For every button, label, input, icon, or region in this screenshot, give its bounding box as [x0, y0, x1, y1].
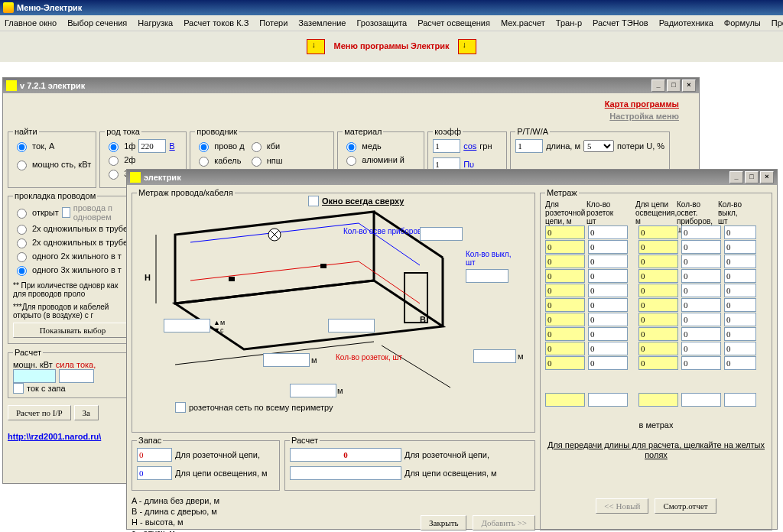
menu-item[interactable]: Прочее: [772, 18, 783, 28]
m-roz[interactable]: [545, 313, 585, 326]
m-roz[interactable]: [545, 327, 585, 341]
radio-3zh[interactable]: [17, 266, 27, 276]
chk-provoda[interactable]: [62, 207, 70, 218]
btn-pokaz[interactable]: Показывать выбор: [13, 323, 132, 338]
m-vykl[interactable]: [724, 255, 756, 268]
radio-2zh[interactable]: [17, 252, 27, 262]
radio-1f[interactable]: [109, 142, 119, 152]
radio-provod[interactable]: [199, 142, 209, 152]
m-osvc[interactable]: [681, 313, 721, 326]
menu-item[interactable]: Выбор сечения: [67, 18, 127, 28]
dim-b-input[interactable]: [473, 349, 516, 363]
m-osv[interactable]: [638, 298, 678, 312]
m-vykl[interactable]: [724, 269, 756, 283]
menu-item[interactable]: Радиотехника: [659, 18, 713, 28]
m-roz[interactable]: [545, 298, 585, 312]
m-vykl[interactable]: [724, 313, 756, 326]
sum-rozc[interactable]: [588, 393, 628, 407]
m-rozc[interactable]: [588, 269, 628, 283]
m-osvc[interactable]: [681, 356, 721, 370]
menu-item[interactable]: Мех.расчет: [501, 18, 545, 28]
extra-input[interactable]: [290, 384, 336, 397]
rasch-osv-input[interactable]: [290, 466, 401, 480]
m-osv[interactable]: [638, 269, 678, 283]
m-osvc[interactable]: [681, 225, 721, 239]
sum-roz[interactable]: [545, 393, 585, 407]
menu-item[interactable]: Нагрузка: [138, 18, 173, 28]
m-osv[interactable]: [638, 327, 678, 341]
m-rozc[interactable]: [588, 298, 628, 312]
m-osv[interactable]: [638, 356, 678, 370]
btn-close[interactable]: Закрыть: [421, 515, 466, 530]
m-osvc[interactable]: [681, 269, 721, 283]
radio-med[interactable]: [346, 142, 356, 152]
btn-za[interactable]: За: [74, 405, 99, 420]
menu-item[interactable]: Грозозащита: [356, 18, 407, 28]
dlina-select[interactable]: 5: [583, 140, 614, 152]
m-rozc[interactable]: [588, 225, 628, 239]
m-vykl[interactable]: [724, 284, 756, 297]
m-osvc[interactable]: [681, 342, 721, 355]
url-link[interactable]: http:\\rzd2001.narod.ru\: [8, 432, 101, 441]
chk-perimeter[interactable]: [175, 402, 186, 413]
dim-input[interactable]: [328, 319, 375, 332]
m-osvc[interactable]: [681, 240, 721, 254]
m-roz[interactable]: [545, 225, 585, 239]
kol-vykl-input[interactable]: [466, 269, 508, 283]
zapas-osv-input[interactable]: [137, 466, 172, 480]
m-vykl[interactable]: [724, 225, 756, 239]
m-osv[interactable]: [638, 284, 678, 297]
radio-3f[interactable]: [109, 170, 119, 180]
radio-2od[interactable]: [17, 225, 27, 235]
m-osv[interactable]: [638, 313, 678, 326]
m-rozc[interactable]: [588, 313, 628, 326]
sum-vykl[interactable]: [724, 393, 756, 407]
m-rozc[interactable]: [588, 356, 628, 370]
m-vykl[interactable]: [724, 240, 756, 254]
menu-item[interactable]: Потери: [259, 18, 288, 28]
link-nastr[interactable]: Настройка меню: [609, 112, 679, 121]
m-roz[interactable]: [545, 255, 585, 268]
m-osv[interactable]: [638, 225, 678, 239]
m-osvc[interactable]: [681, 327, 721, 341]
btn-view[interactable]: Смотр.отчет: [655, 498, 716, 514]
m-rozc[interactable]: [588, 255, 628, 268]
close-icon[interactable]: ×: [682, 79, 696, 92]
menu-item[interactable]: Тран-р: [556, 18, 582, 28]
m-roz[interactable]: [545, 240, 585, 254]
menu-item[interactable]: Заземление: [298, 18, 346, 28]
m-rozc[interactable]: [588, 342, 628, 355]
m-osvc[interactable]: [681, 284, 721, 297]
m-vykl[interactable]: [724, 342, 756, 355]
m-roz[interactable]: [545, 356, 585, 370]
m-osv[interactable]: [638, 240, 678, 254]
dim-h-input[interactable]: [164, 319, 210, 332]
radio-2od2[interactable]: [17, 238, 27, 248]
kol-osv-input[interactable]: [420, 227, 463, 241]
m-vykl[interactable]: [724, 327, 756, 341]
minimize-icon[interactable]: _: [729, 171, 743, 183]
m-osv[interactable]: [638, 342, 678, 355]
maximize-icon[interactable]: □: [667, 79, 681, 92]
radio-tok[interactable]: [17, 142, 27, 152]
radio-kabel[interactable]: [199, 157, 209, 167]
sila-input[interactable]: [59, 369, 94, 383]
chk-zapas[interactable]: [13, 383, 24, 394]
menu-item[interactable]: Главное окно: [5, 18, 57, 28]
m-roz[interactable]: [545, 342, 585, 355]
rasch-roz-input[interactable]: [290, 448, 401, 462]
radio-open[interactable]: [17, 209, 27, 219]
ptwa-input[interactable]: [515, 139, 543, 153]
sum-osvc[interactable]: [681, 393, 721, 407]
radio-npsh[interactable]: [252, 157, 262, 167]
win2-titlebar[interactable]: электрик _ □ ×: [127, 170, 777, 185]
k1-input[interactable]: [433, 139, 460, 153]
dim-a-input[interactable]: [263, 353, 310, 367]
menu-item[interactable]: Расчет ТЭНов: [593, 18, 648, 28]
radio-moshn[interactable]: [17, 161, 27, 170]
maximize-icon[interactable]: □: [745, 171, 759, 183]
menu-item[interactable]: Расчет освещения: [417, 18, 490, 28]
m-rozc[interactable]: [588, 327, 628, 341]
menu-item[interactable]: Расчет токов К.З: [184, 18, 249, 28]
link-karta[interactable]: Карта программы: [605, 99, 679, 109]
